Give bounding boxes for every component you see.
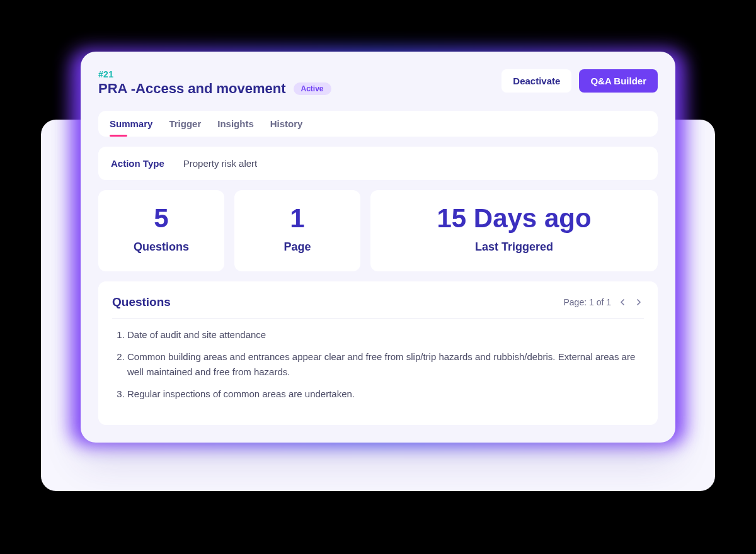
status-badge: Active [294, 82, 331, 95]
title-row: PRA -Access and movement Active [98, 81, 331, 97]
chevron-left-icon[interactable] [617, 297, 627, 307]
qa-builder-button[interactable]: Q&A Builder [579, 69, 658, 93]
question-item: Regular inspections of common areas are … [127, 387, 644, 401]
divider [112, 318, 644, 319]
chevron-right-icon[interactable] [634, 297, 644, 307]
card-header: #21 PRA -Access and movement Active Deac… [98, 69, 658, 97]
stats-row: 5 Questions 1 Page 15 Days ago Last Trig… [98, 190, 658, 271]
deactivate-button[interactable]: Deactivate [501, 69, 571, 93]
stat-page: 1 Page [234, 190, 360, 271]
stat-last-triggered-value: 15 Days ago [370, 205, 658, 232]
stat-questions-label: Questions [98, 240, 224, 254]
action-type-label: Action Type [111, 158, 164, 169]
questions-header: Questions Page: 1 of 1 [112, 295, 644, 309]
questions-page-text: Page: 1 of 1 [563, 297, 611, 307]
stat-page-value: 1 [234, 205, 360, 232]
tab-bar: Summary Trigger Insights History [98, 111, 658, 137]
stat-last-triggered: 15 Days ago Last Triggered [370, 190, 658, 271]
stat-questions-value: 5 [98, 205, 224, 232]
questions-title: Questions [112, 295, 171, 309]
tab-summary[interactable]: Summary [110, 118, 152, 137]
tab-history[interactable]: History [270, 118, 303, 137]
record-id: #21 [98, 69, 331, 79]
page-title: PRA -Access and movement [98, 81, 286, 97]
questions-card: Questions Page: 1 of 1 Date of audit and… [98, 281, 658, 425]
question-item: Date of audit and site attendance [127, 327, 644, 342]
stat-last-triggered-label: Last Triggered [370, 240, 658, 254]
stat-questions: 5 Questions [98, 190, 224, 271]
tab-insights[interactable]: Insights [217, 118, 254, 137]
header-left: #21 PRA -Access and movement Active [98, 69, 331, 97]
header-actions: Deactivate Q&A Builder [501, 69, 658, 93]
stat-page-label: Page [234, 240, 360, 254]
question-item: Common building areas and entrances appe… [127, 349, 644, 379]
summary-card: #21 PRA -Access and movement Active Deac… [81, 52, 675, 443]
action-type-row: Action Type Property risk alert [98, 147, 658, 180]
questions-list: Date of audit and site attendance Common… [112, 327, 644, 401]
tab-trigger[interactable]: Trigger [169, 118, 201, 137]
questions-pager: Page: 1 of 1 [563, 297, 644, 307]
action-type-value: Property risk alert [183, 158, 258, 169]
